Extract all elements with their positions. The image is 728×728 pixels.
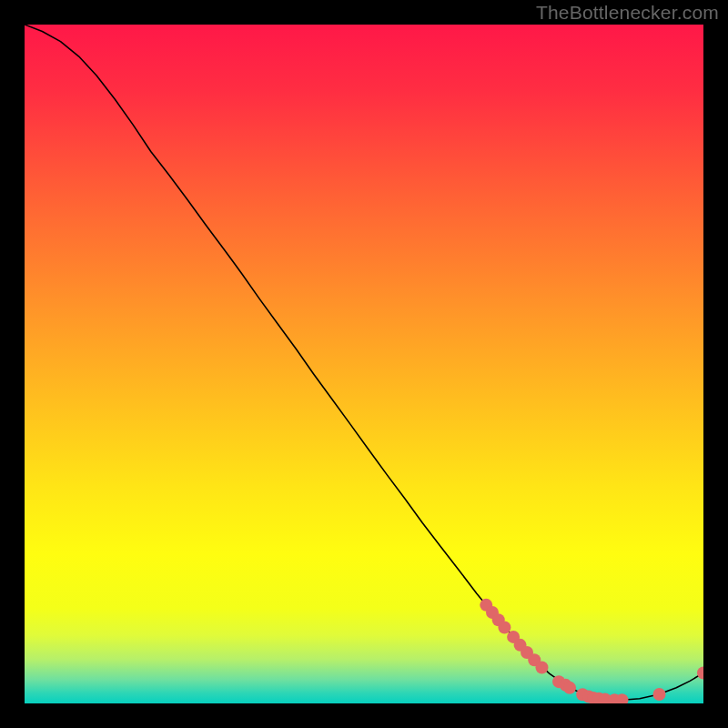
chart-svg [25,25,703,703]
plot-area [25,25,703,703]
data-marker [498,621,511,633]
chart-stage: TheBottlenecker.com [0,0,728,728]
gradient-background [25,25,703,703]
data-marker [535,661,548,673]
watermark-text: TheBottlenecker.com [536,2,719,24]
data-marker [653,688,666,701]
data-marker [563,682,576,694]
